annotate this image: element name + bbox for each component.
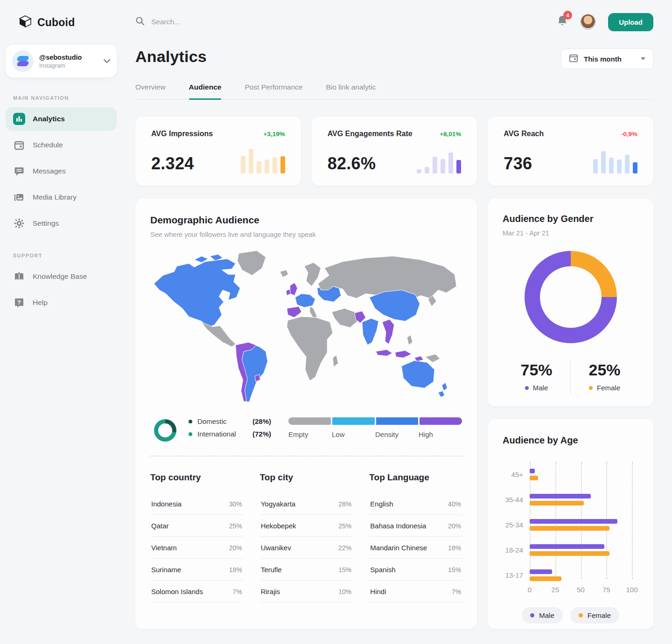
period-select[interactable]: This month — [561, 48, 653, 69]
sidebar-item-label: Help — [33, 298, 48, 307]
row-percentage: 25% — [338, 522, 351, 530]
table-row: Qatar 25% — [150, 515, 243, 537]
male-bar — [530, 519, 617, 524]
age-legend: Male Female — [503, 607, 638, 623]
support-label: SUPPORT — [13, 253, 117, 258]
table-row: Mandarin Chinese 18% — [369, 537, 462, 559]
legend-label: Female — [588, 611, 611, 619]
female-bar — [530, 501, 584, 506]
spark-bar — [417, 169, 421, 173]
brand-name: Cuboid — [37, 16, 75, 29]
female-label: Female — [597, 384, 620, 392]
density-label: Low — [332, 430, 375, 438]
stat-title: AVG Impressions — [151, 130, 213, 138]
tab-post-performance[interactable]: Post Performance — [245, 83, 302, 99]
table-title: Top Language — [369, 472, 462, 483]
x-tick-label: 25 — [551, 586, 559, 594]
table-row: Hindi 7% — [369, 581, 462, 602]
account-meta: @sebostudio Instagram — [39, 54, 98, 69]
age-row: 45+ — [503, 462, 638, 487]
map-legend: Domestic (28%) International (72%) Empty… — [150, 417, 462, 442]
row-percentage: 20% — [448, 522, 461, 530]
search-input[interactable] — [151, 18, 347, 26]
book-icon — [13, 270, 25, 283]
international-dot — [189, 432, 192, 436]
table-row: Yogyakarta 28% — [260, 493, 353, 515]
density-label: Density — [375, 430, 419, 438]
female-bar — [530, 576, 561, 581]
row-percentage: 18% — [229, 566, 242, 574]
row-percentage: 40% — [448, 500, 461, 508]
calendar-icon — [13, 139, 25, 151]
row-name: Rirajis — [261, 588, 280, 596]
age-category-label: 35-44 — [503, 496, 530, 504]
female-bar — [530, 476, 538, 480]
spark-bar — [456, 160, 461, 173]
stat-delta: -0,9% — [621, 131, 637, 138]
sidebar-item-knowledge-base[interactable]: Knowledge Base — [6, 265, 117, 288]
notifications-button[interactable]: 4 — [557, 15, 568, 29]
row-percentage: 28% — [338, 500, 351, 508]
caret-down-icon — [641, 57, 645, 60]
male-label: Male — [533, 384, 548, 392]
density-segment — [376, 417, 419, 425]
demographic-subtitle: See where your followers live and langua… — [150, 231, 462, 238]
audience-by-age-card: Audience by Age 45+35-4425-3418-2413-17 … — [488, 419, 653, 629]
row-percentage: 10% — [338, 588, 351, 596]
row-name: Spanish — [370, 566, 395, 574]
cuboid-logo-icon — [19, 15, 32, 30]
row-percentage: 7% — [232, 588, 242, 596]
stat-delta: +3,19% — [263, 131, 285, 138]
period-label: This month — [584, 55, 635, 63]
stat-value: 736 — [504, 154, 532, 173]
row-name: English — [370, 500, 393, 508]
row-percentage: 25% — [229, 522, 242, 530]
domestic-legend: Domestic (28%) — [189, 417, 271, 425]
sidebar-item-label: Analytics — [33, 115, 65, 123]
account-switcher[interactable]: @sebostudio Instagram — [6, 45, 117, 77]
legend-dot — [579, 613, 583, 617]
page-head: Analytics This month — [135, 48, 653, 69]
dotted-divider — [150, 456, 462, 457]
sidebar-item-label: Media Library — [33, 193, 77, 201]
user-avatar[interactable] — [580, 14, 596, 30]
x-tick-label: 100 — [626, 586, 637, 594]
sidebar-item-analytics[interactable]: Analytics — [6, 107, 117, 131]
row-name: Suriname — [151, 566, 181, 574]
gender-period: Mar 21 - Apr 21 — [503, 229, 638, 237]
tab-bio-link-analytic[interactable]: Bio link analytic — [326, 83, 376, 99]
sidebar-item-messages[interactable]: Messages — [6, 159, 117, 183]
international-legend: International (72%) — [189, 430, 271, 438]
row-name: Bahasa Indonesia — [370, 522, 426, 530]
row-percentage: 15% — [338, 566, 351, 574]
domestic-dot — [189, 420, 192, 423]
search-bar — [135, 16, 557, 28]
spark-bar — [601, 151, 606, 173]
age-bar-chart: 45+35-4425-3418-2413-17 — [503, 462, 638, 579]
spark-bar — [273, 157, 277, 173]
stat-value: 2.324 — [151, 154, 194, 173]
spark-bar — [280, 156, 285, 173]
sidebar-item-schedule[interactable]: Schedule — [6, 133, 117, 157]
stat-delta: +8,01% — [440, 131, 461, 138]
reach-sparkline — [593, 145, 637, 173]
spark-bar — [625, 155, 630, 173]
legend-pill-female: Female — [570, 607, 619, 623]
tab-audience[interactable]: Audience — [189, 83, 222, 99]
international-label: International — [197, 430, 252, 438]
sidebar-item-help[interactable]: ? Help — [6, 291, 117, 314]
main-content: 4 Upload Analytics This month Overview A… — [122, 0, 672, 629]
sidebar-item-media-library[interactable]: Media Library — [6, 186, 117, 209]
sidebar-item-settings[interactable]: Settings — [6, 212, 117, 235]
row-name: Hindi — [370, 588, 386, 596]
upload-button[interactable]: Upload — [608, 13, 653, 31]
bar-chart-icon — [13, 113, 25, 125]
top-city-table: Top city Yogyakarta 28%Hekobepek 25%Uwan… — [260, 472, 353, 602]
chat-icon — [13, 165, 25, 177]
top-language-table: Top Language English 40%Bahasa Indonesia… — [369, 472, 462, 602]
age-category-label: 45+ — [503, 471, 530, 478]
male-stat: 75% Male — [503, 361, 570, 392]
age-row: 35-44 — [503, 487, 638, 512]
density-segment — [288, 417, 331, 425]
tab-overview[interactable]: Overview — [135, 83, 166, 99]
